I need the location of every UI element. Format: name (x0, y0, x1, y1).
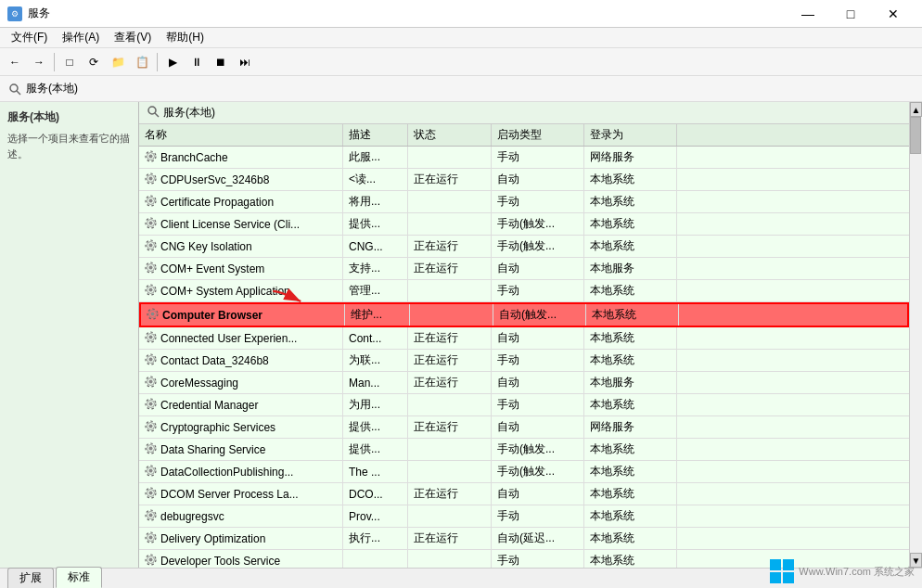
svg-point-79 (149, 557, 153, 561)
service-name: Computer Browser (162, 309, 263, 322)
pause-button[interactable]: ⏸ (186, 51, 208, 73)
table-row[interactable]: Cryptographic Services提供...正在运行自动网络服务 (139, 416, 909, 439)
properties-button[interactable]: 📋 (131, 51, 153, 73)
service-desc-cell: 为联... (343, 350, 408, 371)
col-logon[interactable]: 登录为 (584, 124, 677, 146)
toolbar: ← → □ ⟳ 📁 📋 ▶ ⏸ ⏹ ⏭ (0, 48, 922, 76)
address-search-icon (7, 82, 22, 96)
service-startup-cell: 手动 (492, 505, 584, 527)
tab-standard[interactable]: 标准 (56, 567, 102, 588)
service-startup-cell: 自动 (492, 416, 584, 438)
services-table[interactable]: 名称 描述 状态 启动类型 登录为 BranchCache此服...手动网络服务… (139, 124, 909, 568)
col-status[interactable]: 状态 (408, 124, 492, 146)
service-desc-cell: Man... (343, 372, 408, 393)
start-button[interactable]: ▶ (161, 51, 184, 73)
service-name: DCOM Server Process La... (160, 488, 299, 501)
service-icon (145, 284, 157, 299)
left-panel-title: 服务(本地) (7, 109, 131, 125)
service-status-cell: 正在运行 (408, 483, 492, 505)
table-row[interactable]: Data Sharing Service提供...手动(触发...本地系统 (139, 439, 909, 461)
col-desc[interactable]: 描述 (343, 124, 408, 146)
maximize-button[interactable]: □ (829, 0, 872, 28)
service-desc-cell: 将用... (343, 191, 408, 212)
table-row[interactable]: Client License Service (Cli...提供...手动(触发… (139, 213, 909, 236)
table-row[interactable]: Contact Data_3246b8为联...正在运行手动本地系统 (139, 350, 909, 372)
service-name: Connected User Experien... (160, 332, 297, 345)
up-button[interactable]: □ (58, 51, 81, 73)
service-desc-cell: <读... (343, 169, 408, 190)
table-row[interactable]: Computer Browser维护...自动(触发...本地系统 (139, 302, 909, 327)
table-row[interactable]: Credential Manager为用...手动本地系统 (139, 394, 909, 416)
service-logon-cell: 本地系统 (584, 327, 677, 349)
folder-button[interactable]: 📁 (107, 51, 129, 73)
service-startup-cell: 自动 (492, 258, 584, 279)
service-name: DataCollectionPublishing... (160, 466, 293, 479)
service-name-cell: DataCollectionPublishing... (139, 461, 343, 482)
service-logon-cell: 本地系统 (584, 505, 677, 527)
svg-point-63 (149, 468, 153, 472)
service-status-cell: 正在运行 (408, 416, 492, 438)
table-row[interactable]: DCOM Server Process La...DCO...正在运行自动本地系… (139, 483, 909, 505)
table-row[interactable]: BranchCache此服...手动网络服务 (139, 147, 909, 169)
service-logon-cell: 本地系统 (584, 439, 677, 460)
watermark-text: Www.Win7.com 系统之家 (799, 565, 915, 579)
svg-point-67 (149, 491, 153, 494)
svg-line-3 (155, 113, 159, 117)
table-row[interactable]: CDPUserSvc_3246b8<读...正在运行自动本地系统 (139, 169, 909, 191)
service-status-cell (408, 461, 492, 482)
service-desc-cell: 提供... (343, 416, 408, 438)
menu-bar: 文件(F) 操作(A) 查看(V) 帮助(H) (0, 28, 922, 48)
table-row[interactable]: CoreMessagingMan...正在运行自动本地服务 (139, 372, 909, 394)
service-logon-cell: 本地系统 (584, 191, 677, 212)
svg-rect-95 (770, 572, 781, 583)
svg-point-27 (149, 265, 153, 269)
stop-button[interactable]: ⏹ (210, 51, 232, 73)
table-row[interactable]: Certificate Propagation将用...手动本地系统 (139, 191, 909, 213)
menu-help[interactable]: 帮助(H) (159, 28, 211, 47)
address-label: 服务(本地) (26, 81, 78, 96)
tab-expand[interactable]: 扩展 (7, 568, 54, 588)
service-icon (145, 239, 157, 254)
back-button[interactable]: ← (4, 51, 26, 73)
service-icon (145, 420, 157, 435)
service-startup-cell: 手动 (492, 350, 584, 371)
table-row[interactable]: COM+ System Application管理...手动本地系统 (139, 280, 909, 302)
svg-point-55 (149, 424, 153, 428)
service-logon-cell: 本地服务 (584, 372, 677, 393)
minimize-button[interactable]: — (787, 0, 829, 28)
service-name: Client License Service (Cli... (160, 218, 300, 231)
service-status-cell (408, 213, 492, 235)
table-row[interactable]: CNG Key IsolationCNG...正在运行手动(触发...本地系统 (139, 236, 909, 258)
service-name-cell: debugregsvc (139, 505, 343, 527)
svg-point-7 (149, 154, 153, 158)
service-startup-cell: 自动(触发... (493, 304, 586, 326)
panel-header-label: 服务(本地) (163, 105, 215, 121)
refresh-button[interactable]: ⟳ (83, 51, 105, 73)
table-row[interactable]: debugregsvcProv...手动本地系统 (139, 505, 909, 528)
service-icon (145, 465, 157, 479)
table-row[interactable]: COM+ Event System支持...正在运行自动本地服务 (139, 258, 909, 280)
service-desc-cell: CNG... (343, 236, 408, 257)
table-row[interactable]: Delivery Optimization执行...正在运行自动(延迟...本地… (139, 528, 909, 550)
left-panel-desc: 选择一个项目来查看它的描述。 (7, 131, 131, 161)
col-name[interactable]: 名称 (139, 124, 343, 146)
close-button[interactable]: ✕ (872, 0, 915, 28)
restart-button[interactable]: ⏭ (234, 51, 256, 73)
table-row[interactable]: Connected User Experien...Cont...正在运行自动本… (139, 327, 909, 350)
windows-logo-icon (769, 558, 795, 584)
menu-view[interactable]: 查看(V) (107, 28, 159, 47)
menu-action[interactable]: 操作(A) (55, 28, 107, 47)
col-startup[interactable]: 启动类型 (492, 124, 584, 146)
service-icon (145, 531, 157, 546)
table-row[interactable]: DataCollectionPublishing...The ...手动(触发.… (139, 461, 909, 483)
scrollbar[interactable]: ▲ ▼ (909, 102, 922, 568)
service-status-cell: 正在运行 (408, 258, 492, 279)
service-name-cell: Computer Browser (141, 304, 345, 326)
service-status-cell (408, 191, 492, 212)
service-name-cell: Connected User Experien... (139, 327, 343, 349)
service-name: Credential Manager (160, 399, 258, 412)
title-bar: ⚙ 服务 — □ ✕ (0, 0, 922, 28)
service-logon-cell: 本地系统 (584, 350, 677, 371)
forward-button[interactable]: → (28, 51, 50, 73)
menu-file[interactable]: 文件(F) (4, 28, 55, 47)
